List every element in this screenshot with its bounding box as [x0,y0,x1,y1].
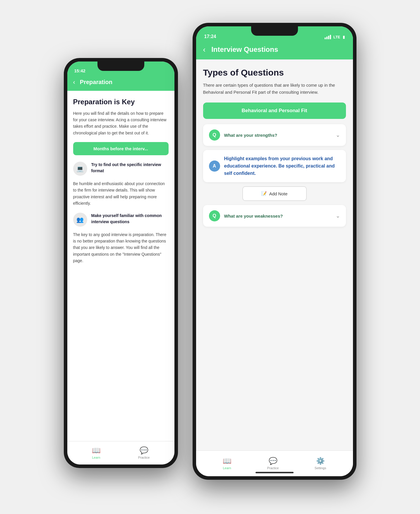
phone-2-tab-learn-label: Learn [223,466,231,470]
question-card-2[interactable]: Q What are your weaknesses? ⌄ [203,205,346,227]
answer-row-1: A Highlight examples from your previous … [209,155,340,177]
edit-icon: 📝 [261,191,267,196]
phone-1-tip2: 👥 Make yourself familiar with common int… [73,213,169,227]
phone-1-tip2-icon: 👥 [73,213,87,227]
phone-2-inner: 17:24 LTE ▮ ‹ Interview Questions [196,26,353,476]
phone-2-back-icon[interactable]: ‹ [203,45,206,54]
answer-text-1: Highlight examples from your previous wo… [224,155,340,177]
phone-1-notch [97,62,144,71]
phone-1-header-title: Preparation [80,79,112,86]
phone-2-tab-settings-label: Settings [315,466,326,470]
phone-1-intro: Here you will find all the details on ho… [73,110,169,136]
phone-2-tab-settings[interactable]: ⚙️ Settings [315,457,326,470]
add-note-label: Add Note [269,191,288,196]
phone-2-tab-learn[interactable]: 📖 Learn [223,457,232,470]
phone-2-indicators: LTE ▮ [325,35,345,39]
phone-1-tip2-title: Make yourself familiar with common inter… [91,213,169,225]
question-row-1: Q What are your strengths? ⌄ [209,129,340,141]
phone-2-tab-practice[interactable]: 💬 Practice [267,457,279,470]
phone-2-time: 17:24 [204,34,216,39]
phone-1: 15:42 ‹ Preparation Preparation is Key H… [64,58,178,468]
phone-2: 17:24 LTE ▮ ‹ Interview Questions [193,23,356,480]
chevron-down-icon-2: ⌄ [336,213,340,219]
phone-2-learn-icon: 📖 [223,457,232,465]
phone-2-header-title: Interview Questions [211,45,278,54]
chevron-down-icon-1: ⌄ [336,132,340,138]
phone-1-tab-practice[interactable]: 💬 Practice [138,446,150,459]
phone-2-content: Types of Questions There are certain typ… [196,59,353,450]
scene: 15:42 ‹ Preparation Preparation is Key H… [64,23,356,491]
phone-2-heading: Types of Questions [203,68,346,78]
phone-1-time: 15:42 [74,68,85,73]
phone-1-back-icon[interactable]: ‹ [73,78,75,86]
phone-1-cta-button[interactable]: Months before the interv... [73,142,169,155]
phone-1-tab-learn-label: Learn [92,456,100,459]
add-note-button[interactable]: 📝 Add Note [242,186,307,201]
phone-2-notch [251,26,298,36]
home-indicator [256,472,294,473]
phone-1-tip1-title: Try to find out the specific interview f… [91,162,169,174]
learn-icon: 📖 [92,446,101,455]
phone-2-header: ‹ Interview Questions [196,42,353,59]
question-text-1: What are your strengths? [224,133,332,138]
phone-1-tip1: 💻 Try to find out the specific interview… [73,162,169,176]
q-badge-2: Q [209,210,220,221]
battery-icon: ▮ [343,35,345,39]
phone-2-settings-icon: ⚙️ [316,457,325,465]
network-icon: LTE [333,35,340,39]
phone-2-intro: There are certain types of questions tha… [203,82,346,96]
phone-1-header: ‹ Preparation [67,76,174,91]
phone-2-practice-icon: 💬 [269,457,277,465]
phone-1-content: Preparation is Key Here you will find al… [67,91,174,441]
signal-bars-icon [325,35,331,39]
question-text-2: What are your weaknesses? [224,214,332,218]
phone-1-tab-practice-label: Practice [138,456,150,459]
phone-1-tab-learn[interactable]: 📖 Learn [92,446,101,459]
category-button[interactable]: Behavioral and Personal Fit [203,103,346,119]
phone-1-inner: 15:42 ‹ Preparation Preparation is Key H… [67,62,174,465]
a-badge-1: A [209,160,220,172]
phone-1-heading: Preparation is Key [73,98,169,106]
practice-icon: 💬 [140,446,148,455]
q-badge-1: Q [209,129,220,141]
question-card-1[interactable]: Q What are your strengths? ⌄ [203,124,346,146]
phone-1-tip1-icon: 💻 [73,162,87,176]
question-row-2: Q What are your weaknesses? ⌄ [209,210,340,221]
phone-1-tab-bar: 📖 Learn 💬 Practice [67,441,174,465]
phone-1-tip2-text: The key to any good interview is prepara… [73,231,169,264]
phone-1-tip1-text: Be humble and enthusiastic about your co… [73,180,169,207]
answer-card-1: A Highlight examples from your previous … [203,150,346,182]
phone-2-tab-practice-label: Practice [267,466,279,470]
